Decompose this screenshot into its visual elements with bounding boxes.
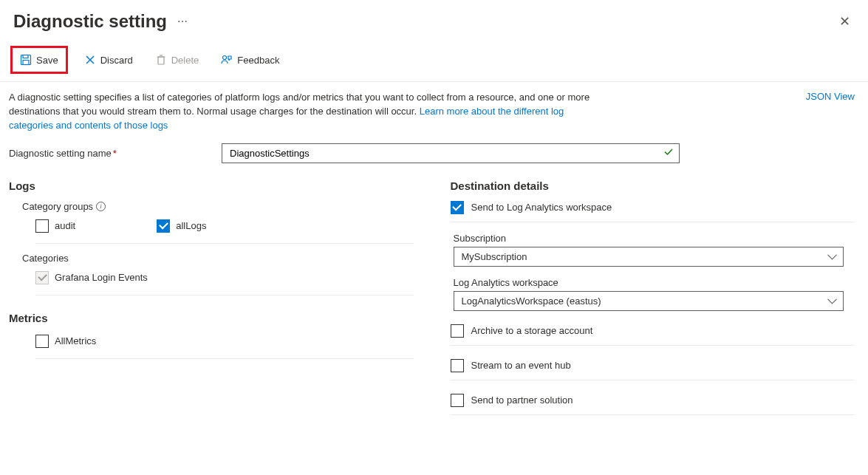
workspace-label: Log Analytics workspace [454, 277, 855, 288]
grafana-login-checkbox [35, 271, 49, 284]
description-text: A diagnostic setting specifies a list of… [9, 91, 592, 133]
svg-rect-5 [158, 57, 164, 64]
discard-icon [84, 54, 96, 66]
audit-checkbox[interactable] [35, 219, 49, 233]
feedback-label: Feedback [237, 55, 279, 66]
send-partner-label: Send to partner solution [471, 394, 573, 406]
alllogs-label: allLogs [176, 220, 206, 231]
logs-title: Logs [9, 180, 414, 192]
setting-name-input[interactable] [222, 143, 680, 163]
feedback-icon [221, 54, 233, 66]
send-partner-checkbox[interactable] [451, 394, 464, 407]
grafana-login-label: Grafana Login Events [55, 272, 148, 283]
json-view-link[interactable]: JSON View [806, 91, 855, 102]
svg-point-8 [223, 56, 227, 60]
info-icon[interactable]: i [96, 202, 106, 211]
allmetrics-checkbox[interactable] [35, 335, 49, 348]
save-label: Save [36, 55, 58, 66]
discard-label: Discard [100, 55, 133, 66]
archive-storage-checkbox[interactable] [451, 324, 464, 338]
more-icon[interactable]: ⋯ [177, 16, 188, 27]
valid-check-icon [663, 147, 674, 160]
alllogs-checkbox[interactable] [157, 219, 170, 233]
save-highlight: Save [10, 46, 68, 74]
close-icon[interactable]: ✕ [836, 10, 853, 33]
delete-label: Delete [171, 55, 199, 66]
category-groups-label: Category groups [22, 201, 93, 212]
categories-label: Categories [22, 253, 414, 264]
svg-rect-2 [23, 61, 29, 65]
workspace-dropdown[interactable]: LogAnalyticsWorkspace (eastus) [454, 291, 844, 311]
svg-rect-1 [23, 55, 28, 58]
delete-button: Delete [149, 49, 205, 70]
archive-storage-label: Archive to a storage account [471, 325, 593, 336]
setting-name-label: Diagnostic setting name* [9, 148, 214, 159]
stream-eventhub-label: Stream to an event hub [471, 360, 571, 371]
send-la-checkbox[interactable] [451, 201, 464, 214]
delete-icon [155, 54, 167, 66]
subscription-label: Subscription [454, 233, 855, 244]
feedback-button[interactable]: Feedback [215, 49, 285, 70]
destination-title: Destination details [451, 180, 855, 192]
discard-button[interactable]: Discard [78, 49, 139, 70]
save-icon [20, 54, 32, 66]
save-button[interactable]: Save [14, 49, 64, 70]
page-title: Diagnostic setting [13, 11, 167, 32]
allmetrics-label: AllMetrics [55, 335, 96, 346]
send-la-label: Send to Log Analytics workspace [471, 202, 612, 213]
required-asterisk: * [113, 148, 117, 159]
stream-eventhub-checkbox[interactable] [451, 359, 464, 372]
metrics-title: Metrics [9, 312, 414, 324]
subscription-dropdown[interactable]: MySubscription [454, 247, 844, 267]
audit-label: audit [55, 220, 75, 231]
